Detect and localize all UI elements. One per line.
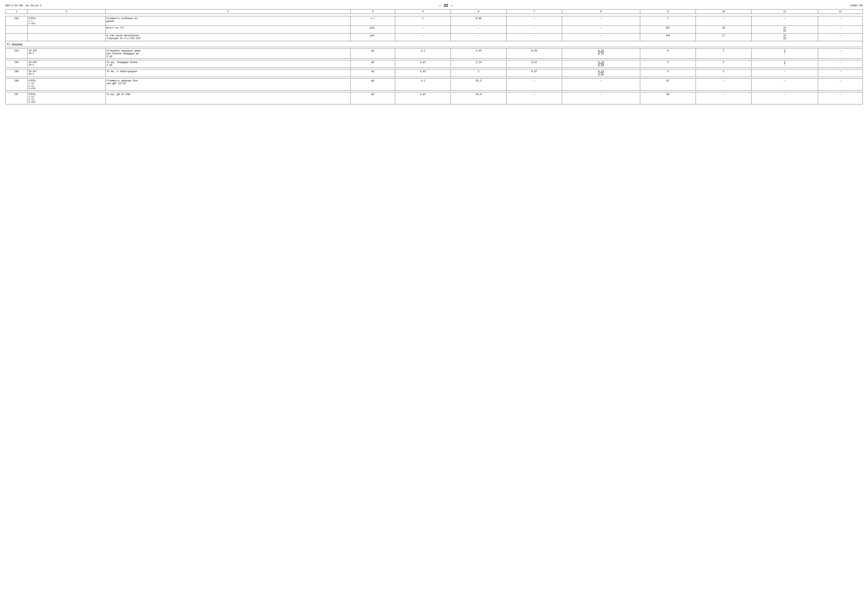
row-ref: I0–I06 20–2 <box>28 60 105 68</box>
row-ref: I0–I07 20–3 <box>28 69 105 77</box>
row-id <box>5 26 28 33</box>
row-col9: 58 <box>640 92 696 104</box>
row-col11: 37 I2 <box>751 26 818 33</box>
row-col10: 2 <box>696 69 751 77</box>
col12-header: 12 <box>818 9 863 14</box>
row-ref: ССРСЦ ч.I п.432 <box>28 16 105 26</box>
fraction-value: 0,I3 0,04 <box>598 70 604 76</box>
row-col8: 0,I3 0,04 <box>562 69 640 77</box>
row-col5: — <box>395 26 451 33</box>
row-id: I67 <box>5 92 28 104</box>
row-col9: I <box>640 16 696 26</box>
row-desc: в том числе металлокон-струкции по п.п.I… <box>105 33 350 41</box>
row-col12: — <box>818 26 863 33</box>
row-col11: — <box>751 16 818 26</box>
row-col10: 26 <box>696 26 751 33</box>
row-col8: — <box>562 92 640 104</box>
row-unit: руб. <box>350 33 395 41</box>
row-col10: 2 <box>696 60 751 68</box>
row-col9: 38I <box>640 26 696 33</box>
row-col11: I – <box>751 60 818 68</box>
row-col8: — <box>562 16 640 26</box>
col8-header: 8 <box>562 9 640 14</box>
row-col12: — <box>818 33 863 41</box>
row-col7: 0,55 <box>507 48 562 59</box>
row-col5: 3,9I <box>395 92 451 104</box>
row-id: I65 <box>5 69 28 77</box>
table-row: I62 ССРСЦ ч.I п.432 Стоимость скобяных и… <box>5 16 863 26</box>
row-id: I62 <box>5 16 28 26</box>
row-col5: 3,9I <box>395 60 451 68</box>
row-unit: к-т <box>350 16 395 26</box>
row-col6: 2 <box>451 69 506 77</box>
col11-header: 11 <box>751 9 818 14</box>
row-col5: 2,63 <box>395 69 451 77</box>
fraction-value: I – <box>784 61 786 67</box>
row-col5: I <box>395 16 451 26</box>
row-col7: 0,67 <box>507 69 562 77</box>
row-desc: То же, в перегородках <box>105 69 350 77</box>
row-col12: — <box>818 48 863 59</box>
row-col5: 4,I <box>395 79 451 91</box>
col10-header: 10 <box>696 9 751 14</box>
table-row: I64 I0–I06 20–2 То же, площадью более3 м… <box>5 60 863 68</box>
row-col6: — <box>451 33 506 41</box>
row-col9: 5 <box>640 69 696 77</box>
row-col11: — <box>751 92 818 104</box>
row-col10: — <box>696 16 751 26</box>
row-ref: ССРСЦ ч.II р.II п.823 <box>28 92 105 104</box>
row-col10: I7 <box>696 33 751 41</box>
row-col12: — <box>818 79 863 91</box>
row-col6: 0,86 <box>451 16 506 26</box>
row-desc: Стоимость скобяных из-делий <box>105 16 350 26</box>
row-desc: Установка наружных двер-ных блоков площа… <box>105 48 350 59</box>
row-col10: 2 <box>696 48 751 59</box>
row-col7: — <box>507 92 562 104</box>
table-row: I67 ССРСЦ ч.II р.II п.823 То же, ДН 2I–I… <box>5 92 863 104</box>
row-col9: 67 <box>640 79 696 91</box>
row-col11: I – <box>751 48 818 59</box>
col1-header: 1 <box>5 9 28 14</box>
row-id <box>5 33 28 41</box>
fraction-value: I – <box>784 50 786 56</box>
section-b-label: б) дверные <box>7 43 23 46</box>
row-col8: 0,35 0,II <box>562 48 640 59</box>
row-col7: — <box>507 26 562 33</box>
row-id: I64 <box>5 60 28 68</box>
row-col10: — <box>696 79 751 91</box>
row-unit: м2 <box>350 48 395 59</box>
page-number-dash-left: — <box>439 3 443 8</box>
row-col5: — <box>395 33 451 41</box>
row-desc: То же, ДН 2I–I9В <box>105 92 350 104</box>
row-desc: То же, площадью более3 м2 <box>105 60 350 68</box>
row-ref <box>28 26 105 33</box>
row-col5: 4,I <box>395 48 451 59</box>
header-right: 24967-09 <box>850 4 863 7</box>
row-col11: — <box>751 69 818 77</box>
header-row: 1 2 3 4 5 6 7 8 9 10 11 12 <box>5 9 863 14</box>
row-col8: — <box>562 26 640 33</box>
row-unit: м2 <box>350 69 395 77</box>
row-col12: — <box>818 60 863 68</box>
header-left: 903–2–34.90. Ал.I0,кн.I <box>5 4 42 7</box>
table-row: в том числе металлокон-струкции по п.п.I… <box>5 33 863 41</box>
row-col11: — <box>751 79 818 91</box>
row-col9: 6 <box>640 48 696 59</box>
col5-header: 5 <box>395 9 451 14</box>
row-col9: 244 <box>640 33 696 41</box>
row-col6: I,45 <box>451 48 506 59</box>
row-desc: Итого по "а" <box>105 26 350 33</box>
row-col10: — <box>696 92 751 104</box>
page-number-container: — 32 — <box>439 3 453 8</box>
col4-header: 4 <box>350 9 395 14</box>
row-col6: I,I9 <box>451 60 506 68</box>
col3-header: 3 <box>105 9 350 14</box>
row-col7: — <box>507 33 562 41</box>
table-row: Итого по "а" руб. — — — — 38I 26 37 I2 — <box>5 26 863 33</box>
page-header: 903–2–34.90. Ал.I0,кн.I — 32 — 24967-09 <box>5 3 863 8</box>
row-col8: 0,29 0,09 <box>562 60 640 68</box>
col6-header: 6 <box>451 9 506 14</box>
page-number: 32 <box>443 3 448 8</box>
row-col7: — <box>507 79 562 91</box>
row-col12: — <box>818 69 863 77</box>
